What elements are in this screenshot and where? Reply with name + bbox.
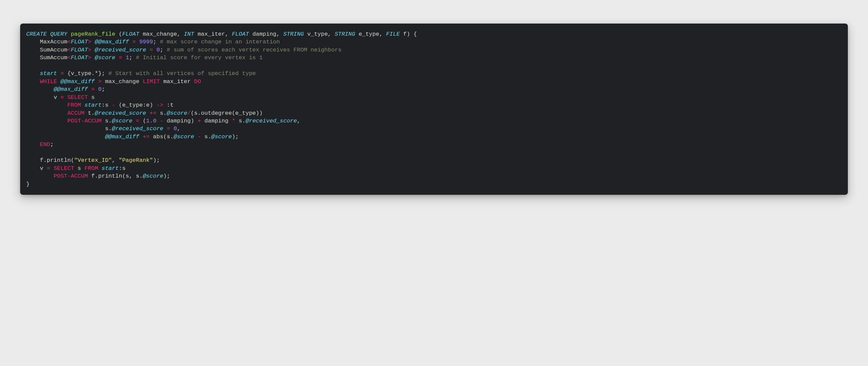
kw-post-accum: POST-ACCUM (67, 118, 101, 124)
accum-received-score: @received_score (95, 47, 146, 53)
str-pagerank: "PageRank" (119, 157, 153, 164)
comment-sum-scores: # sum of scores each vertex receives FRO… (166, 47, 341, 53)
kw-do: DO (194, 78, 201, 85)
page-container: CREATE QUERY pageRank_file (FLOAT max_ch… (0, 0, 868, 228)
kw-limit: LIMIT (143, 78, 160, 85)
var-start: start (40, 70, 57, 77)
accum-score: @score (95, 55, 115, 61)
comment-initial: # Initial score for every vertex is 1 (136, 55, 263, 61)
code-block: CREATE QUERY pageRank_file (FLOAT max_ch… (20, 24, 848, 195)
comment-max-change: # max score change in an interation (160, 39, 280, 45)
kw-select: SELECT (67, 94, 88, 101)
str-vertex-id: "Vertex_ID" (74, 157, 112, 164)
type-file: FILE (386, 31, 400, 37)
kw-query: QUERY (50, 31, 67, 37)
kw-accum: ACCUM (67, 110, 84, 116)
kw-end: END (40, 141, 51, 148)
code-content: CREATE QUERY pageRank_file (FLOAT max_ch… (26, 30, 842, 188)
accum-max-diff: @@max_diff (95, 39, 129, 45)
kw-while: WHILE (40, 78, 57, 85)
type-float: FLOAT (122, 31, 140, 37)
fn-name: pageRank_file (71, 31, 116, 37)
comment-start: # Start with all vertices of specified t… (108, 70, 256, 77)
type-int: INT (184, 31, 194, 37)
type-string: STRING (283, 31, 304, 37)
kw-from: FROM (67, 102, 81, 108)
kw-create: CREATE (26, 31, 47, 37)
